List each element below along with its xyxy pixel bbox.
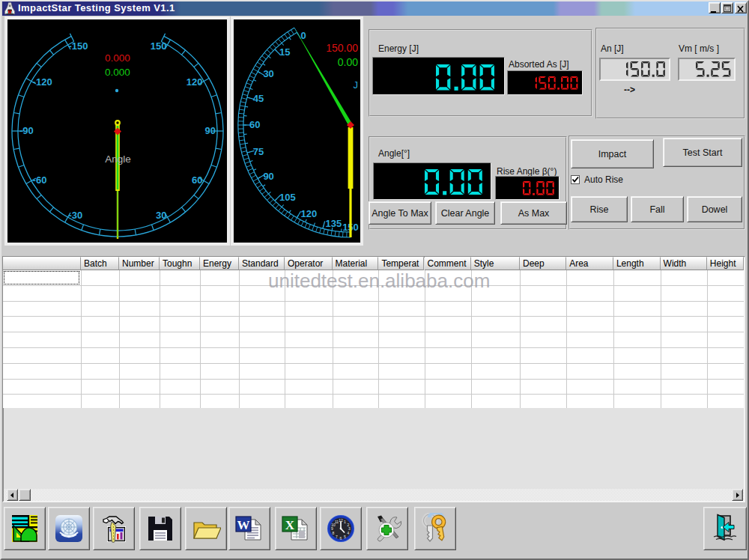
svg-text:0.000: 0.000 [105, 67, 130, 78]
svg-text:4: 4 [348, 531, 350, 535]
svg-text:120: 120 [187, 76, 203, 88]
svg-text:5: 5 [344, 535, 346, 539]
svg-text:45: 45 [253, 93, 264, 104]
svg-text:11: 11 [335, 520, 339, 524]
svg-text:J: J [354, 79, 359, 91]
svg-text:90: 90 [263, 171, 273, 182]
svg-text:0.000: 0.000 [105, 52, 130, 64]
svg-text:15: 15 [279, 46, 290, 58]
svg-text:W: W [237, 518, 250, 532]
svg-text:-120: -120 [33, 76, 52, 88]
svg-text:Angle: Angle [105, 153, 131, 165]
svg-text:105: 105 [279, 192, 296, 203]
svg-text:30: 30 [263, 68, 273, 79]
svg-text:135: 135 [326, 218, 342, 229]
svg-text:60: 60 [249, 119, 260, 130]
svg-text:30: 30 [156, 210, 166, 221]
svg-text:-150: -150 [69, 40, 88, 52]
svg-text:6: 6 [340, 536, 342, 541]
svg-text:90: 90 [205, 125, 216, 136]
svg-text:150.00: 150.00 [326, 42, 358, 54]
svg-text:60: 60 [192, 174, 202, 186]
svg-text:1: 1 [344, 520, 346, 524]
svg-text:150: 150 [151, 40, 167, 52]
svg-text:75: 75 [253, 146, 264, 157]
svg-text:0.00: 0.00 [338, 56, 358, 68]
svg-text:120: 120 [301, 208, 318, 219]
svg-text:2: 2 [348, 523, 350, 527]
svg-text:-90: -90 [19, 125, 34, 136]
svg-text:X: X [285, 518, 294, 532]
svg-text:-30: -30 [69, 210, 83, 221]
svg-text:-60: -60 [33, 174, 47, 186]
svg-text:8: 8 [333, 531, 335, 535]
svg-text:7: 7 [336, 535, 338, 539]
